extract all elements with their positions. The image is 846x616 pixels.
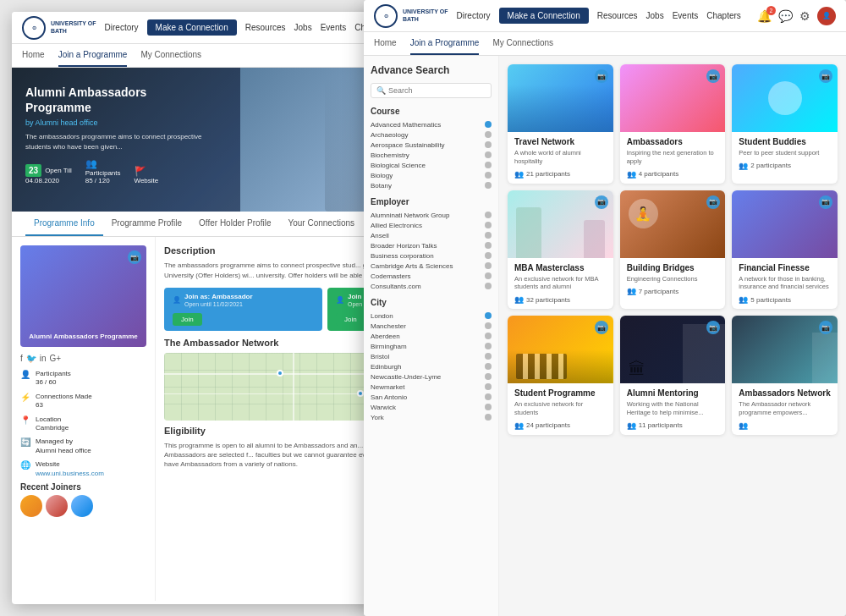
filter-emp-1[interactable]: Allied Electronics [371, 220, 492, 230]
filter-bio-science[interactable]: Biological Science [371, 160, 492, 170]
front-nav-chapters[interactable]: Chapters [706, 11, 741, 20]
nav-resources[interactable]: Resources [245, 23, 286, 32]
front-chat-icon[interactable]: 💬 [778, 9, 793, 23]
city-filter-section: City London Manchester Aberdeen Birmingh… [371, 298, 492, 422]
card-ambassadors[interactable]: 📷 Ambassadors Inspiring the next generat… [620, 64, 726, 184]
front-nav-make-connection[interactable]: Make a Connection [499, 8, 589, 24]
sub-nav-home[interactable]: Home [22, 44, 45, 67]
card-student-programme[interactable]: 📷 Student Programme An exclusive network… [508, 316, 613, 435]
front-nav-directory[interactable]: Directory [457, 11, 491, 20]
card-student-buddies[interactable]: 📷 Student Buddies Peer to peer student s… [732, 64, 838, 184]
front-nav-resources[interactable]: Resources [597, 11, 638, 20]
join-action-btn[interactable]: Join [173, 313, 202, 326]
front-nav-events[interactable]: Events [673, 11, 699, 20]
filter-city-1[interactable]: Manchester [371, 321, 492, 331]
linkedin-icon[interactable]: in [40, 354, 47, 363]
card-alumni-mentoring[interactable]: 🏛 📷 Alumni Mentoring Working with the Na… [620, 316, 726, 435]
tab-programme-profile[interactable]: Programme Profile [103, 212, 190, 236]
search-input-box[interactable]: 🔍 [371, 83, 492, 98]
card-mba[interactable]: 📷 MBA Masterclass An exclusive network f… [508, 190, 613, 310]
filter-city-3[interactable]: Birmingham [371, 341, 492, 351]
website-icon: 🌐 [20, 460, 32, 470]
filter-city-10[interactable]: York [371, 412, 492, 422]
joiner-1 [20, 495, 42, 517]
filter-emp-7[interactable]: Consultants.com [371, 281, 492, 291]
card-travel-network[interactable]: 📷 Travel Network A whole world of alumni… [508, 64, 613, 184]
filter-emp-0[interactable]: Alumninati Network Group [371, 210, 492, 220]
tab-offer-holder[interactable]: Offer Holder Profile [190, 212, 279, 236]
card-network-image: 📷 [732, 316, 838, 383]
website-meta: 🚩 Website [135, 166, 159, 184]
card-mentoring-desc: Working with the National Heritage to he… [627, 400, 719, 417]
join-ambassador-btn[interactable]: 👤 Join as: Ambassador Open until 11/02/2… [164, 288, 322, 331]
card-buddies-desc: Peer to peer student support [739, 149, 831, 157]
front-sub-home[interactable]: Home [374, 32, 397, 55]
filter-biology[interactable]: Biology [371, 170, 492, 180]
location-icon: 📍 [20, 415, 32, 425]
nav-directory[interactable]: Directory [105, 23, 139, 32]
filter-city-4[interactable]: Bristol [371, 351, 492, 361]
filter-emp-4[interactable]: Business corporation [371, 250, 492, 261]
back-left-panel: 📷 Alumni Ambassadors Programme f 🐦 in G+… [12, 237, 156, 601]
filter-emp-dot-2 [485, 232, 492, 239]
search-input[interactable] [388, 86, 486, 95]
filter-city-9[interactable]: Warwick [371, 402, 492, 412]
participants-icon: 👥 [514, 295, 524, 304]
filter-dot-4 [485, 162, 492, 168]
filter-emp-6[interactable]: Codemasters [371, 271, 492, 281]
hero-by-label: by [25, 118, 34, 127]
tab-your-connections[interactable]: Your Connections [279, 212, 363, 236]
filter-aerospace[interactable]: Aerospace Sustainability [371, 140, 492, 150]
google-plus-icon[interactable]: G+ [50, 354, 62, 363]
front-sub-connections[interactable]: My Connections [492, 32, 553, 55]
twitter-icon[interactable]: 🐦 [26, 354, 36, 363]
join-other-action-btn[interactable]: Join [336, 313, 365, 326]
front-user-avatar[interactable]: 👤 [817, 7, 836, 25]
join-ambassador-label: Join as: Ambassador [184, 293, 253, 300]
filter-botany[interactable]: Botany [371, 180, 492, 190]
filter-city-dot-2 [485, 333, 492, 339]
front-sub-join[interactable]: Join a Programme [410, 32, 480, 55]
filter-advanced-math[interactable]: Advanced Mathematics [371, 119, 492, 129]
nav-events[interactable]: Events [321, 23, 347, 32]
tab-programme-info[interactable]: Programme Info [25, 212, 103, 236]
front-notifications-icon[interactable]: 🔔2 [757, 9, 772, 23]
filter-emp-3[interactable]: Broader Horizon Talks [371, 240, 492, 250]
front-settings-icon[interactable]: ⚙ [799, 9, 810, 23]
open-till-label: Open Till [45, 167, 72, 174]
filter-emp-dot-4 [485, 252, 492, 259]
filter-city-6[interactable]: Newcastle-Under-Lyme [371, 371, 492, 382]
website-value[interactable]: www.uni.business.com [36, 470, 104, 477]
front-main-content: Advance Search 🔍 Course Advanced Mathema… [364, 56, 846, 616]
front-nav-items: Directory Make a Connection Resources Jo… [457, 8, 749, 24]
filter-city-2[interactable]: Aberdeen [371, 331, 492, 341]
filter-city-5[interactable]: Edinburgh [371, 361, 492, 371]
card-building-bridges[interactable]: 🧘 📷 Building Bridges Engineering Connect… [620, 190, 726, 310]
city-name-6: Newcastle-Under-Lyme [371, 373, 485, 381]
filter-city-7[interactable]: Newmarket [371, 382, 492, 392]
sub-nav-join[interactable]: Join a Programme [58, 44, 128, 67]
programme-card-image [20, 245, 146, 347]
city-name-2: Aberdeen [371, 333, 485, 340]
card-financial-finesse[interactable]: 📷 Financial Finesse A network for those … [732, 190, 838, 310]
logo-circle: ⊙ [22, 16, 46, 40]
card-ambassadors-network[interactable]: 📷 Ambassadors Network The Ambassador net… [732, 316, 838, 435]
location-row: 📍 Location Cambridge [20, 415, 146, 433]
nav-make-connection[interactable]: Make a Connection [147, 19, 237, 36]
filter-city-dot-9 [485, 404, 492, 410]
filter-city-0[interactable]: London [371, 311, 492, 321]
nav-jobs[interactable]: Jobs [294, 23, 312, 32]
facebook-icon[interactable]: f [20, 354, 23, 363]
filter-archaeology[interactable]: Archaeology [371, 129, 492, 140]
filter-emp-5[interactable]: Cambridge Arts & Sciences [371, 261, 492, 271]
sub-nav-connections[interactable]: My Connections [140, 44, 201, 67]
filter-emp-dot-5 [485, 262, 492, 269]
filter-biochemistry[interactable]: Biochemistry [371, 150, 492, 160]
join-ambassador-icon: 👤 [173, 296, 181, 304]
front-nav-jobs[interactable]: Jobs [646, 11, 664, 20]
filter-emp-2[interactable]: Ansell [371, 230, 492, 240]
managed-label: Managed by [36, 437, 91, 446]
filter-city-8[interactable]: San Antonio [371, 392, 492, 402]
filter-city-dot-8 [485, 393, 492, 400]
card-student-camera: 📷 [595, 321, 608, 334]
